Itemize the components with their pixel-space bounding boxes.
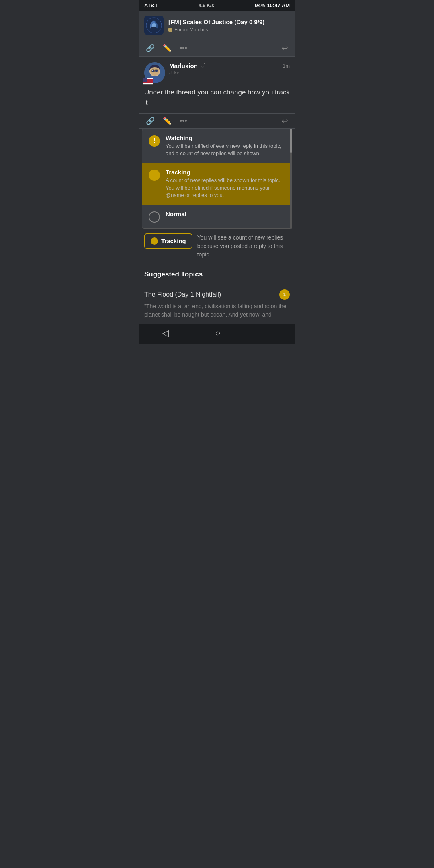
dropdown-item-tracking[interactable]: Tracking A count of new replies will be … (142, 163, 292, 205)
normal-text-wrap: Normal (166, 211, 186, 219)
tracking-icon (149, 170, 160, 181)
tracking-desc: A count of new replies will be shown for… (166, 177, 285, 199)
username-row: Marluxion 🛡 1m (169, 62, 290, 69)
normal-title: Normal (166, 211, 186, 217)
watching-desc: You will be notified of every new reply … (166, 143, 285, 157)
dropdown-item-normal[interactable]: Normal (142, 205, 292, 228)
nav-back-icon[interactable]: ◁ (162, 328, 169, 338)
username: Marluxion (169, 62, 198, 69)
link-icon-2[interactable]: 🔗 (146, 117, 155, 125)
toolbar-top: 🔗 ✏️ ••• ↩ (139, 40, 295, 57)
user-role: Joker (169, 70, 290, 76)
dropdown-item-watching[interactable]: ! Watching You will be notified of every… (142, 129, 292, 163)
thread-title-wrap: [FM] Scales Of Justice (Day 0 9/9) Forum… (168, 18, 264, 33)
watching-title: Watching (166, 135, 285, 141)
tracking-text-wrap: Tracking A count of new replies will be … (166, 169, 285, 199)
svg-point-6 (155, 70, 158, 72)
status-bar: AT&T 4.6 K/s 94% 10:47 AM (139, 0, 295, 11)
category-label: Forum Matches (174, 27, 208, 33)
post-area: Marluxion 🛡 1m Joker Under the thread yo… (139, 57, 295, 113)
watching-icon: ! (149, 135, 160, 147)
thread-header: [FM] Scales Of Justice (Day 0 9/9) Forum… (139, 11, 295, 40)
topic-name: The Flood (Day 1 Nightfall) (144, 291, 275, 299)
nav-home-icon[interactable]: ○ (215, 328, 220, 338)
post-time: 1m (283, 63, 290, 69)
tracking-btn-label: Tracking (161, 237, 186, 244)
status-right: 94% 10:47 AM (255, 2, 290, 8)
tracking-button[interactable]: Tracking (144, 233, 192, 249)
nav-recents-icon[interactable]: □ (267, 328, 272, 338)
more-icon[interactable]: ••• (180, 44, 187, 53)
tracking-btn-area: Tracking You will see a count of new rep… (139, 229, 295, 264)
svg-point-1 (152, 23, 156, 27)
topic-row: The Flood (Day 1 Nightfall) 1 (144, 289, 290, 300)
thread-logo (144, 16, 164, 35)
username-wrap: Marluxion 🛡 1m Joker (169, 62, 290, 76)
tracking-btn-dot (151, 237, 158, 245)
nav-bar: ◁ ○ □ (139, 324, 295, 344)
toolbar-bottom: 🔗 ✏️ ••• ↩ (139, 113, 295, 129)
topic-excerpt: "The world is at an end, civilisation is… (144, 302, 290, 319)
link-icon[interactable]: 🔗 (146, 44, 155, 53)
normal-icon (149, 211, 160, 223)
flag-badge (143, 78, 153, 85)
edit-icon[interactable]: ✏️ (163, 44, 172, 53)
network-speed: 4.6 K/s (199, 3, 214, 8)
suggested-heading: Suggested Topics (144, 270, 290, 278)
thread-title: [FM] Scales Of Justice (Day 0 9/9) (168, 18, 264, 26)
topic-item[interactable]: The Flood (Day 1 Nightfall) 1 "The world… (144, 288, 290, 321)
dropdown-container: ! Watching You will be notified of every… (139, 129, 295, 229)
more-icon-2[interactable]: ••• (180, 117, 187, 125)
topic-badge: 1 (279, 289, 290, 300)
suggested-section: Suggested Topics The Flood (Day 1 Nightf… (139, 264, 295, 324)
time-label: 10:47 AM (267, 2, 290, 8)
scroll-thumb (290, 129, 292, 153)
svg-point-7 (152, 70, 153, 71)
dropdown-menu: ! Watching You will be notified of every… (142, 129, 292, 229)
carrier-label: AT&T (144, 2, 158, 8)
post-body: Under the thread you can change how you … (144, 87, 290, 113)
thread-category: Forum Matches (168, 27, 264, 33)
shield-icon: 🛡 (200, 63, 205, 69)
divider (144, 283, 290, 283)
tracking-desc: You will see a count of new replies beca… (197, 233, 290, 259)
battery-label: 94% (255, 2, 265, 8)
category-dot (168, 28, 172, 32)
scroll-track[interactable] (290, 129, 292, 229)
tracking-title: Tracking (166, 169, 285, 176)
post-meta: Marluxion 🛡 1m Joker (144, 62, 290, 83)
reply-icon[interactable]: ↩ (281, 43, 288, 53)
svg-point-8 (156, 70, 156, 71)
avatar-wrap (144, 62, 165, 83)
reply-icon-2[interactable]: ↩ (281, 116, 288, 126)
svg-point-5 (152, 70, 154, 72)
edit-icon-2[interactable]: ✏️ (163, 117, 172, 125)
watching-text-wrap: Watching You will be notified of every n… (166, 135, 285, 157)
